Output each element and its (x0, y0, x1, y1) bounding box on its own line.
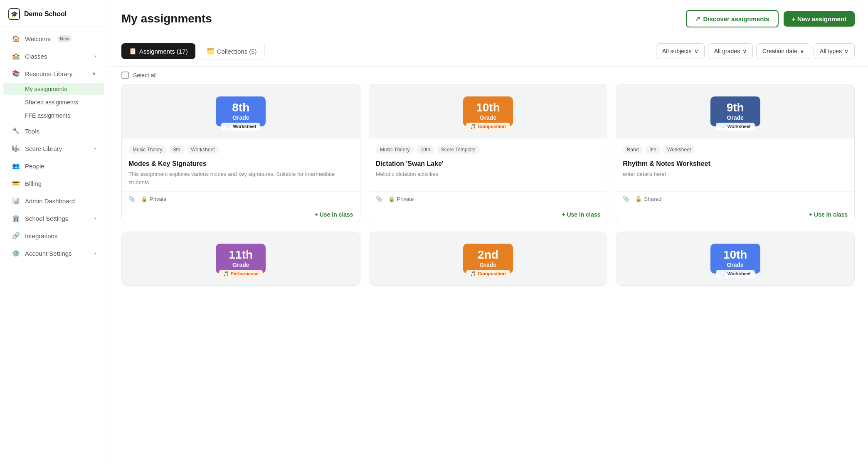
use-in-class-button-0[interactable]: + Use in class (315, 211, 353, 218)
sidebar-item-billing[interactable]: 💳 Billing (3, 175, 104, 192)
type-icon-5: 📄 (720, 271, 726, 276)
sidebar-label-score-library: Score Library (25, 145, 62, 152)
sidebar-label-admin-dashboard: Admin Dashboard (25, 197, 75, 205)
new-assignment-button[interactable]: + New assignment (784, 11, 855, 27)
attachment-icon-2: 📎 (623, 196, 629, 202)
sidebar-item-resource-library[interactable]: 📚 Resource Library ∨ (3, 65, 104, 82)
grade-label-5: Grade (727, 262, 743, 269)
sidebar-item-account-settings[interactable]: ⚙️ Account Settings › (3, 245, 104, 262)
type-text-0: Worksheet (233, 124, 256, 129)
home-icon: 🏠 (12, 35, 20, 43)
type-text-2: Worksheet (727, 124, 751, 129)
date-chevron-icon: ∨ (800, 48, 804, 54)
card-tags-0: Music Theory 8th Worksheet (122, 138, 360, 158)
score-chevron: › (94, 146, 96, 151)
privacy-meta-0: 🔒 Private (141, 196, 166, 202)
sidebar-label-classes: Classes (25, 53, 47, 60)
collections-tab-icon: 🗂️ (207, 47, 215, 55)
sidebar-item-people[interactable]: 👥 People (3, 158, 104, 174)
resource-chevron: ∨ (92, 71, 96, 77)
card-title-2: Rhythm & Notes Worksheet (616, 158, 854, 170)
discover-assignments-button[interactable]: ↗ Discover assignments (686, 10, 778, 27)
sidebar-item-score-library[interactable]: 🎼 Score Library › (3, 140, 104, 157)
tag: Band (623, 145, 643, 154)
type-badge-0: 📄 Worksheet (221, 123, 260, 131)
type-icon-0: 📄 (225, 124, 231, 129)
grade-num-1: 10th (476, 101, 500, 114)
sidebar-label-ffe-assignments: FFE assignments (25, 112, 70, 119)
sidebar-label-tools: Tools (25, 128, 39, 135)
card-tags-1: Music Theory 10th Score Template (369, 138, 607, 158)
sidebar-label-shared-assignments: Shared assignments (25, 99, 78, 106)
tag: Music Theory (128, 145, 167, 154)
school-name: Demo School (24, 10, 67, 18)
attachment-icon-0: 📎 (128, 196, 135, 202)
sidebar-item-shared-assignments[interactable]: Shared assignments (3, 96, 104, 109)
filter-subjects[interactable]: All subjects ∨ (656, 43, 705, 59)
type-badge-2: 📄 Worksheet (716, 123, 755, 131)
use-in-class-button-1[interactable]: + Use in class (562, 211, 600, 218)
card-footer-0: + Use in class (122, 206, 360, 223)
people-icon: 👥 (12, 162, 20, 170)
sidebar-item-classes[interactable]: 🏫 Classes › (3, 48, 104, 64)
sidebar-item-ffe-assignments[interactable]: FFE assignments (3, 109, 104, 122)
type-text-3: Performance (231, 271, 259, 276)
integrations-icon: 🔗 (12, 232, 20, 240)
assignment-card-2: 9th Grade 📄 Worksheet Band 9th Worksheet… (616, 84, 855, 223)
assignments-tab-label: Assignments (17) (139, 48, 188, 55)
card-title-1: Dictation 'Swan Lake' (369, 158, 607, 170)
filter-types-label: All types (820, 48, 842, 54)
main-header: My assignments ↗ Discover assignments + … (108, 0, 868, 36)
type-badge-4: 🎵 Composition (466, 270, 510, 278)
type-icon-4: 🎵 (470, 271, 476, 276)
sidebar-label-integrations: Integrations (25, 232, 57, 239)
type-badge-3: 🎵 Performance (219, 270, 263, 278)
select-all-checkbox[interactable] (121, 72, 129, 79)
attachment-icon-1: 📎 (376, 196, 382, 202)
grade-badge-1: 10th Grade 🎵 Composition (463, 96, 513, 126)
sidebar-item-welcome[interactable]: 🏠 Welcome New (3, 30, 104, 47)
sidebar-item-tools[interactable]: 🔧 Tools (3, 123, 104, 139)
collections-tab-label: Collections (5) (217, 48, 257, 55)
grade-badge-5: 10th Grade 📄 Worksheet (710, 244, 760, 274)
select-all-label[interactable]: Select all (133, 72, 157, 79)
type-badge-5: 📄 Worksheet (716, 270, 755, 278)
sidebar-item-integrations[interactable]: 🔗 Integrations (3, 227, 104, 244)
filter-subjects-label: All subjects (662, 48, 692, 54)
assignments-tab-icon: 📋 (129, 47, 137, 55)
assignment-card-4: 2nd Grade 🎵 Composition (369, 232, 608, 286)
filter-date-label: Creation date (762, 48, 797, 54)
tag: Worksheet (187, 145, 219, 154)
sidebar-item-school-settings[interactable]: 🏛️ School Settings › (3, 210, 104, 227)
card-meta-0: 📎 🔒 Private (122, 191, 360, 206)
grade-num-4: 2nd (478, 249, 498, 262)
tab-collections[interactable]: 🗂️ Collections (5) (199, 43, 265, 59)
tab-assignments[interactable]: 📋 Assignments (17) (121, 43, 195, 59)
privacy-label-0: Private (150, 196, 166, 202)
welcome-badge: New (57, 35, 72, 42)
assignment-card-0: 8th Grade 📄 Worksheet Music Theory 8th W… (121, 84, 360, 223)
filter-types[interactable]: All types ∨ (814, 43, 855, 59)
card-thumbnail-0: 8th Grade 📄 Worksheet (122, 84, 360, 138)
sidebar-label-school-settings: School Settings (25, 215, 68, 222)
resource-icon: 📚 (12, 69, 20, 78)
filter-grades[interactable]: All grades ∨ (708, 43, 753, 59)
grade-badge-4: 2nd Grade 🎵 Composition (463, 244, 513, 274)
assignment-card-3: 11th Grade 🎵 Performance (121, 232, 360, 286)
attachment-meta-2: 📎 (623, 196, 629, 202)
card-footer-2: + Use in class (616, 206, 854, 223)
discover-label: Discover assignments (703, 15, 769, 22)
filter-grades-label: All grades (714, 48, 740, 54)
use-in-class-button-2[interactable]: + Use in class (809, 211, 848, 218)
sidebar-item-admin-dashboard[interactable]: 📊 Admin Dashboard (3, 193, 104, 209)
card-desc-0: This assignment explores various modes a… (122, 170, 360, 191)
classes-icon: 🏫 (12, 52, 20, 60)
sidebar-item-my-assignments[interactable]: My assignments (3, 83, 104, 95)
tag: Score Template (437, 145, 480, 154)
sidebar-label-welcome: Welcome (25, 35, 51, 42)
main-content: My assignments ↗ Discover assignments + … (108, 0, 868, 464)
grade-badge-0: 8th Grade 📄 Worksheet (216, 96, 266, 126)
cards-grid: 8th Grade 📄 Worksheet Music Theory 8th W… (108, 84, 868, 299)
filter-date[interactable]: Creation date ∨ (756, 43, 810, 59)
sidebar: 🎓 Demo School 🏠 Welcome New 🏫 Classes › … (0, 0, 108, 464)
